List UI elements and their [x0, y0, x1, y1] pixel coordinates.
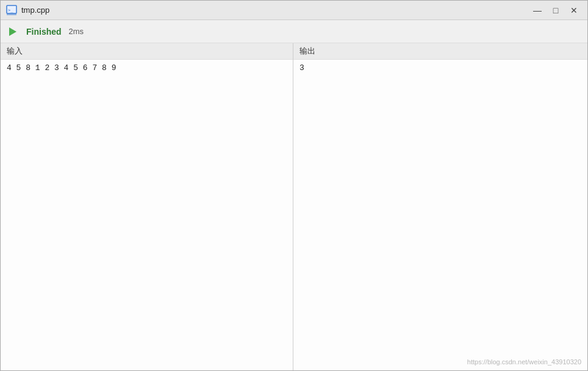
window-title: tmp.cpp	[21, 5, 529, 15]
svg-text:>_: >_	[8, 8, 13, 13]
maximize-button[interactable]: □	[547, 4, 564, 16]
status-label: Finished	[26, 27, 62, 37]
toolbar: Finished 2ms	[1, 20, 587, 43]
execution-time: 2ms	[69, 27, 84, 36]
run-button[interactable]	[5, 25, 19, 38]
input-panel: 输入 4 5 8 1 2 3 4 5 6 7 8 9	[1, 43, 293, 370]
output-panel-header: 输出	[293, 43, 587, 60]
input-content[interactable]: 4 5 8 1 2 3 4 5 6 7 8 9	[1, 60, 293, 370]
output-content: 3	[293, 60, 587, 370]
app-icon: >_	[5, 4, 18, 16]
minimize-button[interactable]: —	[529, 4, 546, 16]
title-bar: >_ tmp.cpp — □ ✕	[1, 1, 587, 20]
close-button[interactable]: ✕	[565, 4, 583, 16]
svg-marker-3	[9, 27, 16, 36]
output-panel: 输出 3	[293, 43, 587, 370]
window-controls: — □ ✕	[529, 4, 583, 16]
svg-rect-1	[7, 13, 16, 15]
input-panel-header: 输入	[1, 43, 293, 60]
main-window: >_ tmp.cpp — □ ✕ Finished 2ms 输入 4 5 8 1…	[0, 0, 588, 371]
content-area: 输入 4 5 8 1 2 3 4 5 6 7 8 9 输出 3	[1, 43, 587, 370]
